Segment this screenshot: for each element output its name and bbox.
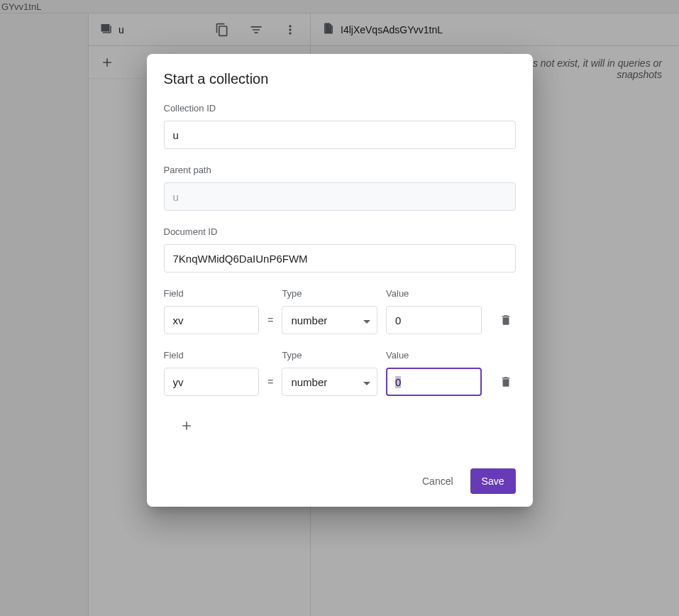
parent-path-input [164, 182, 516, 211]
delete-field-button[interactable] [496, 368, 516, 396]
add-field-button[interactable] [172, 412, 201, 440]
dialog-title: Start a collection [164, 71, 516, 87]
value-input[interactable] [386, 368, 482, 396]
type-select[interactable]: number [282, 306, 377, 334]
field-value-col: Value [386, 288, 482, 334]
parent-path-label: Parent path [164, 165, 516, 175]
cancel-button[interactable]: Cancel [411, 468, 465, 494]
trash-icon [499, 314, 512, 326]
type-label: Type [282, 350, 377, 361]
dialog-actions: Cancel Save [164, 468, 516, 494]
plus-icon [180, 419, 194, 433]
value-input[interactable] [386, 306, 482, 334]
value-label: Value [386, 288, 482, 299]
start-collection-dialog: Start a collection Collection ID Parent … [147, 54, 533, 507]
field-value-col: Value [386, 350, 482, 396]
field-label: Field [164, 288, 260, 299]
field-name-input[interactable] [164, 368, 260, 396]
modal-overlay[interactable]: Start a collection Collection ID Parent … [0, 0, 679, 616]
collection-id-group: Collection ID [164, 103, 516, 149]
field-row: Field = Type number Value [164, 350, 516, 396]
trash-icon [499, 375, 512, 388]
save-button[interactable]: Save [470, 468, 516, 494]
equals-sign: = [267, 306, 273, 334]
collection-id-label: Collection ID [164, 103, 516, 114]
type-label: Type [282, 288, 377, 299]
field-name-input[interactable] [164, 306, 260, 334]
collection-id-input[interactable] [164, 121, 516, 149]
equals-sign: = [267, 368, 273, 396]
field-type-col: Type number [282, 288, 377, 334]
field-name-col: Field [164, 288, 260, 334]
field-row: Field = Type number Value [164, 288, 516, 334]
delete-field-button[interactable] [496, 306, 516, 334]
field-name-col: Field [164, 350, 260, 396]
parent-path-group: Parent path [164, 165, 516, 211]
document-id-input[interactable] [164, 244, 516, 273]
field-type-col: Type number [282, 350, 377, 396]
value-label: Value [386, 350, 482, 361]
document-id-label: Document ID [164, 226, 516, 237]
field-label: Field [164, 350, 260, 361]
type-select[interactable]: number [282, 368, 377, 396]
document-id-group: Document ID [164, 226, 516, 273]
